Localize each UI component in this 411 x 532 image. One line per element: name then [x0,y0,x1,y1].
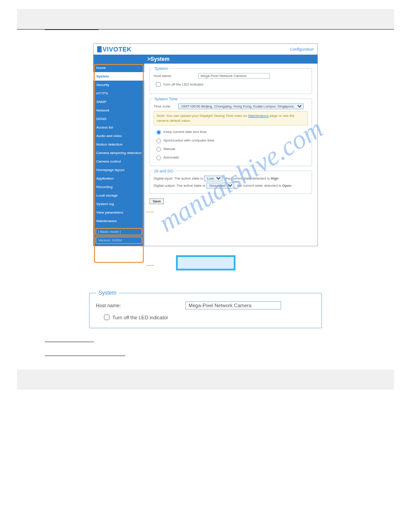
detail-host-input[interactable] [185,301,281,309]
detail-system-fieldset: System Host name: Turn off the LED indic… [89,293,322,328]
brand-logo: VIVOTEK [103,46,132,53]
radio-keep-current-label: Keep current date and time [163,130,207,134]
nav-mode-toggle[interactable]: [ Basic mode ] [95,228,142,236]
page-header-bar [17,9,394,30]
host-name-input[interactable] [198,73,270,79]
nav-motion-detection[interactable]: Motion detection [94,140,144,149]
do-select[interactable]: Grounded [206,183,234,189]
nav-https[interactable]: HTTPS [94,89,144,98]
brand-logo-icon [97,46,102,52]
page-title-bar: >System [94,55,317,64]
nav-local-storage[interactable]: Local storage [94,191,144,200]
configuration-link[interactable]: Configuration [290,47,314,51]
detail-led-checkbox[interactable] [104,314,109,320]
timezone-label: Time zone: [154,104,178,108]
config-screenshot: manualshive.com VIVOTEK Configuration >S… [93,43,318,246]
dst-note: Note: You can upload your Daylight Savin… [154,111,308,125]
nav-ddns[interactable]: DDNS [94,115,144,123]
do-text-a: Digital output: The active state is [154,184,205,188]
nav-camera-tampering[interactable]: Camera tampering detection [94,149,144,157]
host-name-label: Host name: [154,74,198,78]
dido-fieldset: DI and DO Digital input: The active stat… [150,171,312,194]
system-legend: System [153,66,170,71]
detail-system-legend: System [96,290,119,296]
radio-manual-label: Manual [163,147,175,151]
nav-version: Version: 0100d [95,236,142,244]
page-footer-bar [17,369,394,390]
nav-system[interactable]: System [94,72,144,81]
detail-host-label: Host name: [96,303,185,308]
radio-keep-current[interactable] [156,130,161,135]
do-text-b: ; the current state detected is [235,184,281,188]
system-time-legend: System Time [153,97,180,101]
radio-sync-computer-label: Synchronize with computer time [163,138,214,142]
nav-access-list[interactable]: Access list [94,123,144,132]
timezone-select[interactable]: GMT+08:00 Beijing, Chongqing, Hong Kong,… [178,103,304,109]
highlight-box [176,255,235,270]
text-underline-1 [45,342,94,342]
nav-application[interactable]: Application [94,174,144,183]
system-time-fieldset: System Time Time zone: GMT+08:00 Beijing… [150,99,312,166]
sidebar-nav: Home System Security HTTPS SNMP Network … [94,64,144,246]
nav-view-parameters[interactable]: View parameters [94,208,144,217]
nav-network[interactable]: Network [94,106,144,115]
nav-system-log[interactable]: System log [94,200,144,208]
detail-led-label: Turn off the LED indicator [112,315,168,320]
led-label: Turn off the LED indicator [163,82,204,86]
text-underline-2 [45,356,125,356]
main-panel: System Host name: Turn off the LED indic… [144,64,317,246]
nav-security[interactable]: Security [94,81,144,89]
do-state: Open [282,184,291,188]
save-button[interactable]: Save [150,198,164,204]
led-checkbox[interactable] [156,82,160,86]
di-text-b: ; the current state detected is [223,176,270,180]
nav-maintenance[interactable]: Maintenance [94,217,144,225]
radio-automatic[interactable] [156,156,161,160]
note-text-a: Note: You can upload your Daylight Savin… [157,114,248,118]
nav-home[interactable]: Home [94,64,144,72]
nav-snmp[interactable]: SNMP [94,98,144,106]
note-maintenance-link[interactable]: Maintenance [248,114,269,118]
callout-line-2 [146,265,154,266]
section-underline [45,30,98,30]
nav-recording[interactable]: Recording [94,183,144,191]
radio-automatic-label: Automatic [163,155,180,159]
radio-sync-computer[interactable] [156,139,161,143]
radio-manual[interactable] [156,147,161,152]
nav-camera-control[interactable]: Camera control [94,157,144,166]
dido-legend: DI and DO [153,169,176,173]
di-state: High [270,176,278,180]
logo-row: VIVOTEK Configuration [94,44,317,55]
system-fieldset: System Host name: Turn off the LED indic… [150,68,312,94]
di-select[interactable]: Low [204,176,223,181]
di-text-a: Digital input: The active state is [154,176,203,180]
nav-audio-video[interactable]: Audio and video [94,132,144,140]
nav-homepage-layout[interactable]: Homepage layout [94,166,144,174]
